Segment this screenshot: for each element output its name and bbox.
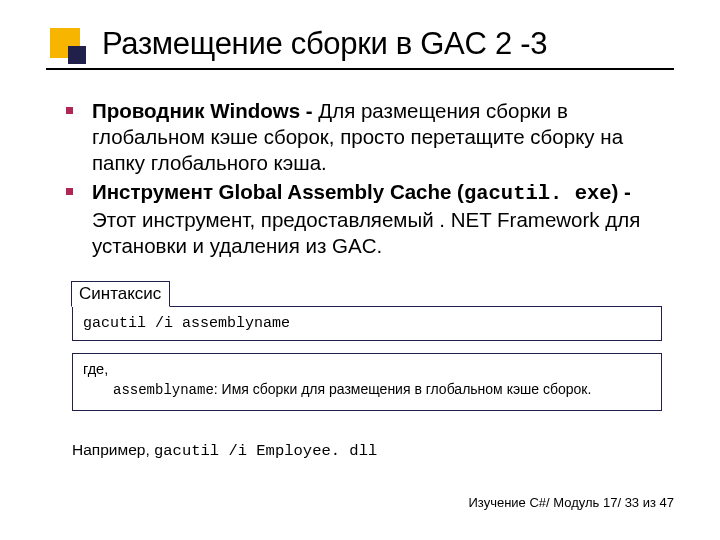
where-mono: assemblyname [113, 382, 214, 398]
where-definition: assemblyname: Имя сборки для размещения … [83, 380, 651, 400]
where-label: где, [83, 360, 651, 380]
example-label: Например, [72, 441, 154, 458]
slide: Размещение сборки в GAC 2 -3 Проводник W… [0, 0, 720, 540]
syntax-section: Синтаксис gacutil /i assemblyname где, a… [72, 281, 662, 410]
syntax-code: gacutil /i assemblyname [83, 315, 290, 332]
example-line: Например, gacutil /i Employee. dll [72, 441, 674, 460]
where-box: где, assemblyname: Имя сборки для размещ… [72, 353, 662, 410]
bullet-marker-icon [66, 188, 73, 195]
bullet-bold: Инструмент Global Assembly Cache ( [92, 180, 464, 203]
example-code: gacutil /i Employee. dll [154, 442, 377, 460]
title-area: Размещение сборки в GAC 2 -3 [46, 26, 674, 70]
syntax-code-box: gacutil /i assemblyname [72, 306, 662, 341]
bullet-item: Инструмент Global Assembly Cache (gacuti… [92, 179, 662, 260]
bullet-bold-after: ) - [612, 180, 631, 203]
bullet-bold: Проводник Windows - [92, 99, 318, 122]
slide-footer: Изучение C#/ Модуль 17/ 33 из 47 [468, 495, 674, 510]
page-title: Размещение сборки в GAC 2 -3 [46, 26, 674, 70]
syntax-label: Синтаксис [71, 281, 170, 307]
where-rest: : Имя сборки для размещения в глобальном… [214, 381, 592, 397]
decor-blue-square [68, 46, 86, 64]
bullet-mono: gacutil. exe [464, 182, 612, 205]
bullet-list: Проводник Windows - Для размещения сборк… [46, 98, 674, 259]
bullet-item: Проводник Windows - Для размещения сборк… [92, 98, 662, 177]
bullet-text: Этот инструмент, предоставляемый . NET F… [92, 208, 640, 257]
bullet-marker-icon [66, 107, 73, 114]
